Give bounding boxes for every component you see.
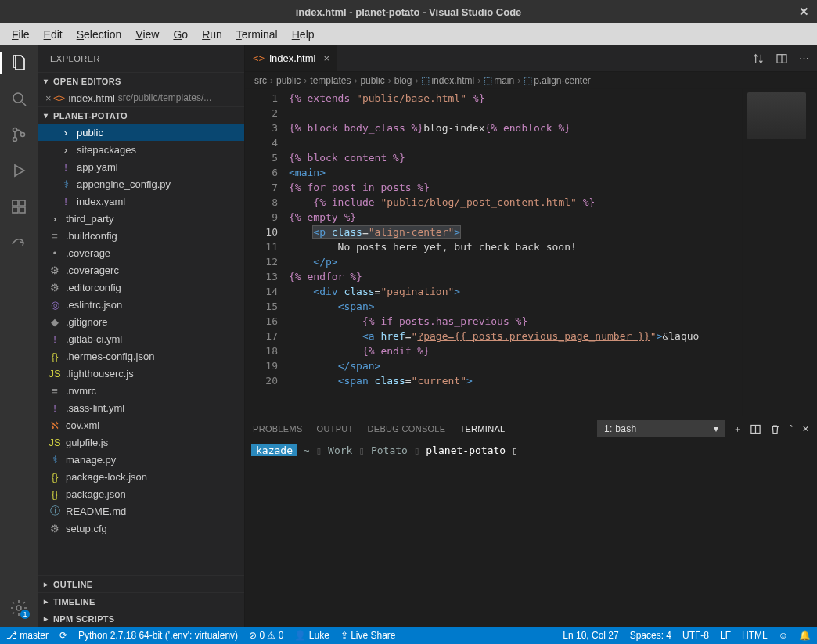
settings-gear-icon[interactable]: 1 bbox=[8, 597, 30, 619]
tree-file[interactable]: {}.hermes-config.json bbox=[38, 347, 244, 365]
extensions-icon[interactable] bbox=[8, 196, 30, 218]
run-debug-icon[interactable] bbox=[8, 160, 30, 182]
close-tab-icon[interactable]: × bbox=[323, 52, 329, 64]
menu-run[interactable]: Run bbox=[195, 26, 229, 43]
close-panel-icon[interactable]: ✕ bbox=[802, 424, 809, 434]
kill-terminal-icon[interactable] bbox=[769, 423, 781, 435]
code-editor[interactable]: {% extends "public/base.html" %} {% bloc… bbox=[286, 89, 742, 416]
tree-file[interactable]: ⚙setup.cfg bbox=[38, 520, 244, 537]
tree-file[interactable]: ≡.buildconfig bbox=[38, 227, 244, 244]
tree-label: .lighthouserc.js bbox=[66, 368, 134, 380]
window-title: index.html - planet-potato - Visual Stud… bbox=[296, 6, 522, 18]
panel-tab-output[interactable]: OUTPUT bbox=[317, 421, 354, 437]
breadcrumb-segment[interactable]: ⬚main bbox=[484, 75, 514, 86]
tree-file[interactable]: {}package.json bbox=[38, 485, 244, 502]
more-actions-icon[interactable]: ⋯ bbox=[799, 52, 809, 64]
tree-label: README.md bbox=[66, 505, 126, 517]
outline-section[interactable]: ▸OUTLINE bbox=[38, 575, 244, 592]
close-editor-icon[interactable]: × bbox=[45, 92, 52, 104]
svg-point-2 bbox=[13, 128, 17, 132]
terminal-body[interactable]: kazade ~ ▯ Work ▯ Potato ▯ planet-potato… bbox=[245, 441, 817, 627]
tree-file[interactable]: {}package-lock.json bbox=[38, 468, 244, 485]
file-icon: ≡ bbox=[49, 385, 61, 397]
notifications-icon[interactable]: 🔔 bbox=[799, 630, 811, 641]
split-terminal-icon[interactable] bbox=[750, 423, 761, 435]
python-env[interactable]: Python 2.7.18 64-bit ('.env': virtualenv… bbox=[78, 630, 238, 641]
menu-terminal[interactable]: Terminal bbox=[229, 26, 285, 43]
menu-help[interactable]: Help bbox=[285, 26, 322, 43]
menu-file[interactable]: File bbox=[5, 26, 37, 43]
compare-icon[interactable] bbox=[752, 52, 765, 65]
menu-selection[interactable]: Selection bbox=[70, 26, 129, 43]
settings-badge: 1 bbox=[20, 610, 30, 619]
close-icon[interactable]: ✕ bbox=[799, 5, 809, 19]
split-editor-icon[interactable] bbox=[776, 52, 788, 65]
tree-file[interactable]: ⚕appengine_config.py bbox=[38, 175, 244, 192]
tree-file[interactable]: !.gitlab-ci.yml bbox=[38, 330, 244, 347]
tree-label: package-lock.json bbox=[66, 471, 147, 483]
tree-file[interactable]: ⚙.coveragerc bbox=[38, 261, 244, 279]
tree-label: .sass-lint.yml bbox=[66, 402, 124, 414]
eol-status[interactable]: LF bbox=[720, 630, 731, 641]
cursor-position[interactable]: Ln 10, Col 27 bbox=[563, 630, 618, 641]
feedback-icon[interactable]: ☺ bbox=[779, 630, 788, 641]
search-icon[interactable] bbox=[8, 88, 30, 110]
tree-file[interactable]: ⓘREADME.md bbox=[38, 502, 244, 520]
terminal-selector[interactable]: 1: bash ▾ bbox=[597, 420, 725, 437]
minimap[interactable] bbox=[742, 89, 817, 416]
menu-view[interactable]: View bbox=[128, 26, 166, 43]
panel-tab-terminal[interactable]: TERMINAL bbox=[459, 421, 505, 437]
tree-file[interactable]: ⚙.editorconfig bbox=[38, 279, 244, 296]
menu-edit[interactable]: Edit bbox=[37, 26, 70, 43]
tree-file[interactable]: ≡.nvmrc bbox=[38, 382, 244, 399]
tree-folder[interactable]: ›third_party bbox=[38, 210, 244, 227]
indent-status[interactable]: Spaces: 4 bbox=[630, 630, 671, 641]
new-terminal-icon[interactable]: ＋ bbox=[733, 423, 742, 435]
tree-folder[interactable]: ›sitepackages bbox=[38, 141, 244, 158]
encoding-status[interactable]: UTF-8 bbox=[682, 630, 709, 641]
breadcrumb-segment[interactable]: public bbox=[360, 75, 384, 86]
npm-scripts-section[interactable]: ▸NPM SCRIPTS bbox=[38, 610, 244, 627]
open-editors-section[interactable]: ▾OPEN EDITORS bbox=[38, 72, 244, 89]
tree-file[interactable]: !.sass-lint.yml bbox=[38, 399, 244, 416]
tree-file[interactable]: !app.yaml bbox=[38, 158, 244, 175]
tree-file[interactable]: ◎.eslintrc.json bbox=[38, 296, 244, 313]
breadcrumb-sep: › bbox=[354, 75, 357, 86]
tree-file[interactable]: •.coverage bbox=[38, 244, 244, 261]
tab-label: index.html bbox=[269, 52, 315, 64]
language-status[interactable]: HTML bbox=[742, 630, 768, 641]
source-control-icon[interactable] bbox=[8, 124, 30, 146]
breadcrumb[interactable]: src›public›templates›public›blog›⬚index.… bbox=[245, 72, 817, 89]
git-branch[interactable]: ⎇ master bbox=[6, 630, 49, 641]
breadcrumb-segment[interactable]: templates bbox=[310, 75, 351, 86]
timeline-section[interactable]: ▸TIMELINE bbox=[38, 592, 244, 610]
breadcrumb-segment[interactable]: src bbox=[254, 75, 267, 86]
panel: PROBLEMSOUTPUTDEBUG CONSOLETERMINAL 1: b… bbox=[245, 416, 817, 627]
tree-file[interactable]: ◆.gitignore bbox=[38, 313, 244, 330]
sync-icon[interactable]: ⟳ bbox=[59, 630, 67, 641]
tree-file[interactable]: !index.yaml bbox=[38, 192, 244, 210]
breadcrumb-segment[interactable]: ⬚p.align-center bbox=[524, 75, 591, 86]
user-status[interactable]: 👤 Luke bbox=[294, 630, 329, 641]
explorer-icon[interactable] bbox=[8, 52, 30, 74]
panel-tab-debug-console[interactable]: DEBUG CONSOLE bbox=[368, 421, 446, 437]
menu-go[interactable]: Go bbox=[166, 26, 195, 43]
breadcrumb-segment[interactable]: ⬚index.html bbox=[421, 75, 474, 86]
open-editor-item[interactable]: × <> index.html src/public/templates/... bbox=[38, 89, 244, 106]
tree-folder[interactable]: ›public bbox=[38, 124, 244, 141]
tree-file[interactable]: ℵcov.xml bbox=[38, 416, 244, 434]
problems-status[interactable]: ⊘ 0 ⚠ 0 bbox=[249, 630, 283, 641]
project-section[interactable]: ▾PLANET-POTATO bbox=[38, 106, 244, 124]
tree-file[interactable]: JS.lighthouserc.js bbox=[38, 365, 244, 382]
share-icon[interactable] bbox=[8, 232, 30, 254]
maximize-panel-icon[interactable]: ˄ bbox=[789, 424, 794, 434]
tree-label: .hermes-config.json bbox=[66, 351, 154, 362]
breadcrumb-segment[interactable]: blog bbox=[394, 75, 412, 86]
tree-file[interactable]: ⚕manage.py bbox=[38, 451, 244, 468]
panel-tab-problems[interactable]: PROBLEMS bbox=[253, 421, 303, 437]
tree-file[interactable]: JSgulpfile.js bbox=[38, 434, 244, 451]
breadcrumb-segment[interactable]: public bbox=[276, 75, 301, 86]
tree-label: .eslintrc.json bbox=[66, 299, 122, 311]
editor-tab[interactable]: <> index.html × bbox=[245, 45, 338, 71]
live-share[interactable]: ⇪ Live Share bbox=[340, 630, 396, 641]
